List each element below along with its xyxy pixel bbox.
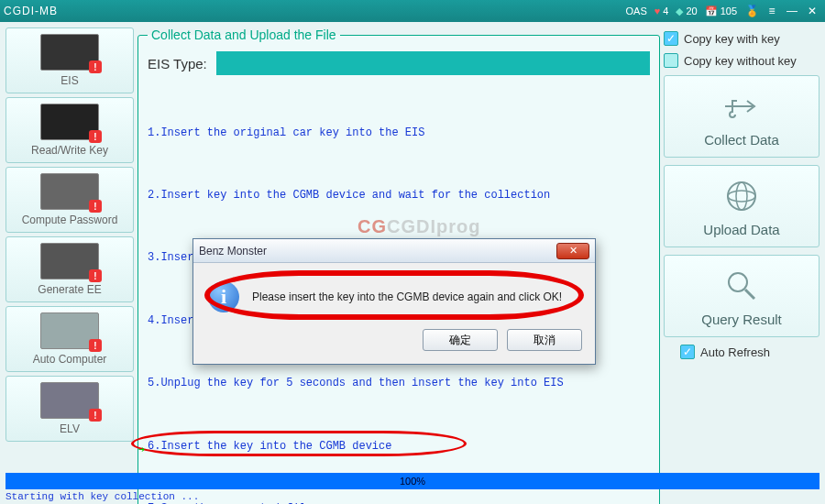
- usb-icon: [721, 86, 762, 126]
- alert-badge: !: [89, 339, 102, 352]
- sidebar-label: Read/Write Key: [31, 144, 108, 157]
- alert-badge: !: [89, 200, 102, 213]
- copy-without-key-checkbox[interactable]: Copy key without key: [664, 53, 820, 68]
- info-icon: i: [208, 281, 239, 312]
- globe-icon: [721, 176, 762, 216]
- ecu-thumb: !: [40, 312, 99, 349]
- upload-data-button[interactable]: Upload Data: [664, 165, 820, 247]
- footer: 100% Starting with key collection ...: [0, 473, 825, 504]
- svg-point-3: [729, 273, 747, 291]
- dialog-title: Benz Monster: [199, 245, 267, 257]
- diamonds-stat: ◆ 20: [676, 5, 697, 17]
- printer-thumb: !: [40, 243, 99, 279]
- checkbox-checked-icon: ✓: [664, 31, 678, 46]
- search-icon: [721, 266, 762, 306]
- benz-monster-dialog: Benz Monster ✕ i Please insert the key i…: [192, 238, 596, 365]
- checkbox-label: Copy key with key: [684, 32, 780, 46]
- step-1: 1.Insert the original car key into the E…: [148, 123, 650, 144]
- alert-badge: !: [89, 409, 102, 422]
- button-label: Upload Data: [703, 222, 779, 237]
- sidebar-item-eis[interactable]: ! EIS: [6, 27, 134, 93]
- right-panel: ✓ Copy key with key Copy key without key…: [664, 27, 820, 467]
- checkbox-unchecked-icon: [664, 53, 678, 68]
- eis-type-field[interactable]: [216, 51, 650, 75]
- heart-icon: ♥: [654, 5, 661, 16]
- hearts-stat: ♥ 4: [654, 5, 669, 16]
- svg-point-2: [736, 182, 747, 210]
- sidebar-item-generate-ee[interactable]: ! Generate EE: [6, 236, 134, 302]
- query-result-button[interactable]: Query Result: [664, 255, 820, 337]
- sidebar: ! EIS ! Read/Write Key ! Compute Passwor…: [6, 27, 134, 467]
- svg-point-1: [728, 191, 755, 202]
- step-5: 5.Unplug the key for 5 seconds and then …: [148, 373, 650, 394]
- calendar-value: 105: [720, 5, 737, 16]
- dialog-cancel-button[interactable]: 取消: [507, 329, 582, 351]
- calendar-stat[interactable]: 📅 105: [705, 5, 737, 17]
- close-button[interactable]: ✕: [803, 3, 821, 19]
- menu-icon[interactable]: ≡: [763, 3, 781, 19]
- alert-badge: !: [89, 269, 102, 282]
- app-title: CGDI-MB: [4, 5, 58, 17]
- hearts-count: 4: [663, 5, 668, 16]
- svg-point-0: [728, 182, 755, 210]
- progress-bar: 100%: [6, 473, 820, 489]
- diamond-icon: ◆: [676, 5, 683, 17]
- sidebar-item-elv[interactable]: ! ELV: [6, 376, 134, 442]
- dialog-message: Please insert the key into the CGMB devi…: [252, 290, 580, 303]
- checkbox-label: Copy key without key: [684, 54, 797, 68]
- svg-line-4: [745, 290, 754, 299]
- sidebar-label: Auto Computer: [33, 353, 107, 366]
- eis-type-label: EIS Type:: [148, 56, 207, 71]
- dialog-titlebar[interactable]: Benz Monster ✕: [193, 239, 595, 263]
- eis-thumb: !: [40, 34, 99, 71]
- arrow-icon: ➔: [138, 440, 145, 461]
- checkbox-label: Auto Refresh: [700, 345, 770, 359]
- oas-label: OAS: [626, 5, 647, 16]
- diamonds-count: 20: [686, 5, 697, 16]
- sidebar-label: EIS: [60, 74, 78, 87]
- title-bar: CGDI-MB OAS ♥ 4 ◆ 20 📅 105 🏅 ≡ — ✕: [0, 0, 825, 22]
- collect-legend: Collect Data and Upload the File: [148, 27, 340, 42]
- step-6: ➔6.Insert the key into the CGMB device: [148, 436, 650, 457]
- dialog-close-button[interactable]: ✕: [556, 243, 589, 259]
- sidebar-item-rw-key[interactable]: ! Read/Write Key: [6, 97, 134, 163]
- keypad-thumb: !: [40, 173, 99, 210]
- key-thumb: !: [40, 104, 99, 140]
- dialog-ok-button[interactable]: 确定: [423, 329, 498, 351]
- alert-badge: !: [89, 130, 102, 143]
- sidebar-label: Generate EE: [38, 283, 101, 296]
- calendar-icon: 📅: [705, 5, 718, 17]
- alert-badge: !: [89, 60, 102, 73]
- status-text: Starting with key collection ...: [0, 489, 825, 504]
- sidebar-label: Compute Password: [22, 214, 118, 226]
- sidebar-item-auto-computer[interactable]: ! Auto Computer: [6, 306, 134, 372]
- button-label: Query Result: [701, 312, 782, 327]
- collect-data-button[interactable]: Collect Data: [664, 75, 820, 158]
- copy-with-key-checkbox[interactable]: ✓ Copy key with key: [664, 31, 820, 46]
- medal-icon[interactable]: 🏅: [742, 3, 761, 19]
- minimize-button[interactable]: —: [783, 3, 801, 19]
- auto-refresh-checkbox[interactable]: ✓ Auto Refresh: [680, 345, 820, 359]
- sidebar-item-compute-password[interactable]: ! Compute Password: [6, 167, 134, 233]
- sidebar-label: ELV: [60, 422, 80, 435]
- elv-thumb: !: [40, 382, 99, 419]
- step-2: 2.Insert key into the CGMB device and wa…: [148, 185, 650, 206]
- progress-text: 100%: [6, 473, 820, 489]
- button-label: Collect Data: [704, 132, 779, 148]
- checkbox-checked-icon: ✓: [680, 345, 695, 359]
